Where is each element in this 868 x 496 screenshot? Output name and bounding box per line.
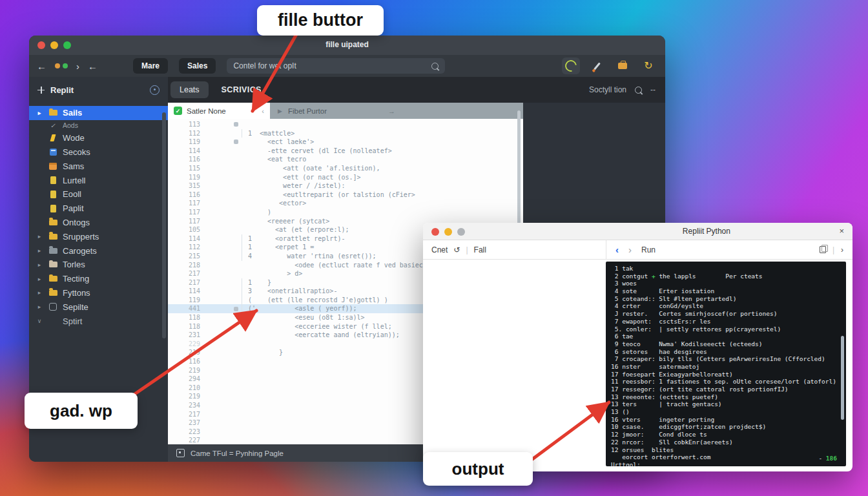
zoom-traffic-icon[interactable] xyxy=(457,228,465,236)
expand-arrow-icon[interactable]: ▸ xyxy=(36,110,43,116)
sidebar-scrollbar[interactable] xyxy=(162,112,166,338)
tree-item[interactable]: ∨ Sptirt xyxy=(29,314,168,328)
forward-chevron-icon[interactable]: › xyxy=(628,244,632,255)
tree-item[interactable]: ▸ Srupperts xyxy=(29,229,168,243)
code-text: <eutltreparit (or talstion (cFier> xyxy=(260,191,523,200)
tab-leats[interactable]: Leats xyxy=(170,81,209,98)
back-icon[interactable]: ← xyxy=(37,61,46,71)
line-number: 119 xyxy=(168,173,204,182)
check-icon xyxy=(174,107,182,115)
code-line[interactable]: 112 1 <mattcle> xyxy=(168,129,523,138)
tree-item[interactable]: Ontogs xyxy=(29,216,168,230)
tree-item[interactable]: ▸ Fyttons xyxy=(29,286,168,300)
tree-item-label: Srupperts xyxy=(63,232,99,242)
tree-item-icon xyxy=(48,218,57,226)
forward-icon[interactable]: › xyxy=(76,61,79,71)
pen-icon-button[interactable] xyxy=(588,57,606,74)
code-line[interactable]: 116 <eutltreparit (or talstion (cFier> xyxy=(168,191,523,200)
gutter-label: 1 xyxy=(242,243,260,252)
tree-item[interactable]: Lurtell xyxy=(29,173,168,187)
tree-item-icon xyxy=(48,191,57,198)
divider: | xyxy=(832,245,834,254)
code-line[interactable]: 117 ) xyxy=(168,208,523,217)
plus-icon[interactable] xyxy=(37,87,45,94)
expand-arrow-icon[interactable]: ▸ xyxy=(36,276,43,282)
line-number: 231 xyxy=(168,331,204,340)
line-number: 118 xyxy=(168,313,204,322)
collapse-chevron-icon[interactable]: ‹ xyxy=(262,107,264,115)
line-marker xyxy=(204,140,242,144)
undo-icon[interactable]: ↺ xyxy=(453,245,460,254)
console-line: 13 () xyxy=(611,408,841,416)
console-footer: - 186 xyxy=(818,455,837,462)
expand-arrow-icon[interactable]: ▸ xyxy=(36,233,43,240)
expand-arrow-icon[interactable]: ∨ xyxy=(36,318,43,324)
run-button[interactable]: Run xyxy=(641,245,656,254)
sales-button[interactable]: Sales xyxy=(179,58,216,74)
tree-item[interactable]: Wode xyxy=(29,131,168,145)
compass-icon[interactable] xyxy=(150,85,160,95)
expand-arrow-icon[interactable]: ▸ xyxy=(36,262,43,268)
tree-item[interactable]: Eooll xyxy=(29,187,168,202)
tree-item[interactable]: ▸ Sepilte xyxy=(29,300,168,314)
code-circle-icon-button[interactable] xyxy=(562,57,580,74)
close-traffic-icon[interactable] xyxy=(431,228,439,236)
gutter-label: 4 xyxy=(242,252,260,261)
refresh-icon-button[interactable]: ↻ xyxy=(639,57,657,74)
code-line[interactable]: 116 <eat tecro xyxy=(168,155,523,164)
tree-item[interactable]: ▸ Tecting xyxy=(29,272,168,286)
tree-item-label: Sptirt xyxy=(63,316,82,326)
cnet-label[interactable]: Cnet xyxy=(431,245,448,254)
tree-item[interactable]: Secoks xyxy=(29,145,168,160)
line-number: 441 xyxy=(168,304,204,313)
tab-jump-icon[interactable]: → xyxy=(388,107,395,115)
tree-item-icon xyxy=(48,261,57,269)
history-dots-icon xyxy=(55,63,68,68)
mare-button[interactable]: Mare xyxy=(133,58,168,74)
file-tab-inactive[interactable]: ▶ Fibet Purtor → xyxy=(270,103,523,119)
annotation-label-gad-wp: gad. wp xyxy=(25,393,138,429)
line-number: 105 xyxy=(168,225,204,234)
tab-scrivics[interactable]: SCRIVICS xyxy=(212,81,271,98)
back-arrow-icon[interactable]: ← xyxy=(88,61,98,71)
code-line[interactable]: 117 <ector> xyxy=(168,199,523,208)
code-line[interactable]: 119 <ect laeke'> xyxy=(168,138,523,147)
file-tab-label: Satler None xyxy=(187,107,226,115)
code-text: <mattcle> xyxy=(260,129,523,138)
tree-item[interactable]: ▸ Torles xyxy=(29,258,168,272)
tree-item[interactable]: ▸ Carogets xyxy=(29,243,168,258)
code-line[interactable]: 119 <ett (or nact (os.]> xyxy=(168,173,523,182)
code-line[interactable]: 115 <att (oate 'af.lesition), xyxy=(168,164,523,173)
line-number: 116 xyxy=(168,191,204,200)
expand-arrow-icon[interactable]: ▸ xyxy=(36,247,43,254)
close-icon[interactable]: × xyxy=(839,226,844,236)
back-chevron-icon[interactable]: ‹ xyxy=(615,244,619,255)
expand-arrow-icon[interactable]: ▸ xyxy=(36,289,43,296)
console-line: 4 crter conGd/eyslte xyxy=(611,302,841,310)
line-number: 114 xyxy=(168,147,204,156)
tree-item[interactable]: Paplit xyxy=(29,202,168,216)
code-line[interactable]: 315 weter / /istel): xyxy=(168,181,523,191)
gutter-label: (' xyxy=(242,304,260,313)
tree-item[interactable]: Sams xyxy=(29,159,168,173)
fall-label[interactable]: Fall xyxy=(474,245,486,254)
console-line: 6 setores hae desgirees xyxy=(611,348,841,356)
search-icon[interactable] xyxy=(635,87,642,94)
code-line[interactable]: 113 xyxy=(168,120,523,129)
tree-item[interactable]: Aods xyxy=(29,120,168,131)
code-text: <ect laeke'> xyxy=(260,138,523,147)
search-input[interactable]: Contel for wet opIt xyxy=(227,58,445,74)
tree-item[interactable]: ▸ Sails xyxy=(29,106,168,120)
copy-icon[interactable] xyxy=(820,246,826,253)
more-icon[interactable]: -- xyxy=(650,85,656,94)
console-line: 7 ewapont: csctsErs:r les xyxy=(611,318,841,326)
briefcase-icon-button[interactable] xyxy=(614,57,632,74)
file-tab-active[interactable]: Satler None ‹ xyxy=(168,103,270,119)
chevron-icon[interactable]: › xyxy=(841,245,843,254)
console-scrollbar[interactable] xyxy=(841,336,844,420)
minimize-traffic-icon[interactable] xyxy=(444,228,452,236)
float-traffic-lights xyxy=(431,228,465,236)
console-line: J rester. Certes smirhjoscef(or portione… xyxy=(611,310,841,318)
expand-arrow-icon[interactable]: ▸ xyxy=(36,304,43,310)
code-line[interactable]: 114 -ette cervet (dl Ice (nolleatef> xyxy=(168,147,523,156)
